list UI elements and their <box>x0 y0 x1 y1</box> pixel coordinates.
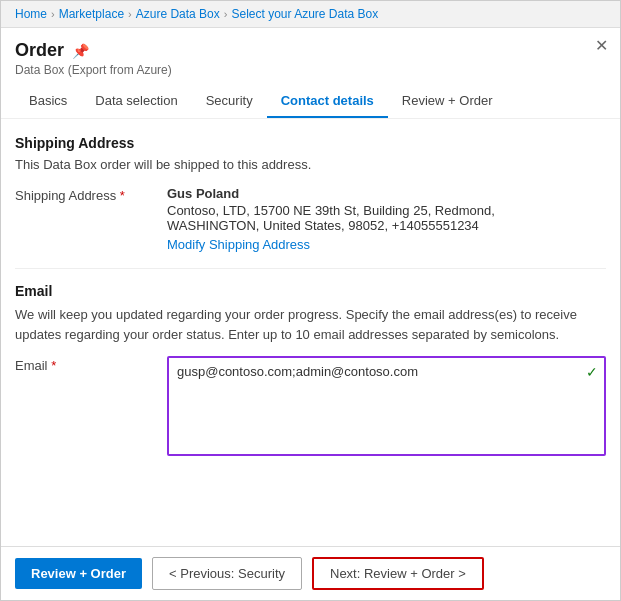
shipping-address-block: Gus Poland Contoso, LTD, 15700 NE 39th S… <box>167 186 495 252</box>
breadcrumb-sep-1: › <box>51 8 55 20</box>
shipping-address-row: Shipping Address * Gus Poland Contoso, L… <box>15 186 606 252</box>
breadcrumb-sep-3: › <box>224 8 228 20</box>
tab-contact-details[interactable]: Contact details <box>267 85 388 118</box>
email-input-wrapper: gusp@contoso.com;admin@contoso.com ✓ <box>167 356 606 459</box>
modal-title: Order <box>15 40 64 61</box>
modal-header: Order 📌 Data Box (Export from Azure) ✕ B… <box>1 28 620 119</box>
modal-footer: Review + Order < Previous: Security Next… <box>1 546 620 600</box>
next-button[interactable]: Next: Review + Order > <box>312 557 484 590</box>
shipping-address-label: Shipping Address * <box>15 186 155 203</box>
shipping-section-desc: This Data Box order will be shipped to t… <box>15 157 606 172</box>
email-required-marker: * <box>51 358 56 373</box>
order-modal: Home › Marketplace › Azure Data Box › Se… <box>0 0 621 601</box>
breadcrumb-azure-data-box[interactable]: Azure Data Box <box>136 7 220 21</box>
address-line1: Contoso, LTD, 15700 NE 39th St, Building… <box>167 203 495 218</box>
breadcrumb-marketplace[interactable]: Marketplace <box>59 7 124 21</box>
modal-subtitle: Data Box (Export from Azure) <box>15 63 606 77</box>
breadcrumb-select-data-box[interactable]: Select your Azure Data Box <box>231 7 378 21</box>
check-icon: ✓ <box>586 364 598 380</box>
breadcrumb-sep-2: › <box>128 8 132 20</box>
tab-security[interactable]: Security <box>192 85 267 118</box>
title-row: Order 📌 <box>15 40 606 61</box>
tab-bar: Basics Data selection Security Contact d… <box>15 85 606 118</box>
pin-icon[interactable]: 📌 <box>72 43 89 59</box>
review-order-button[interactable]: Review + Order <box>15 558 142 589</box>
modify-address-link[interactable]: Modify Shipping Address <box>167 237 310 252</box>
email-input[interactable]: gusp@contoso.com;admin@contoso.com <box>167 356 606 456</box>
breadcrumb: Home › Marketplace › Azure Data Box › Se… <box>1 1 620 28</box>
modal-body: Shipping Address This Data Box order wil… <box>1 119 620 546</box>
email-field-label: Email * <box>15 356 155 373</box>
address-name: Gus Poland <box>167 186 495 201</box>
tab-review-order[interactable]: Review + Order <box>388 85 507 118</box>
shipping-section-title: Shipping Address <box>15 135 606 151</box>
tab-basics[interactable]: Basics <box>15 85 81 118</box>
close-button[interactable]: ✕ <box>595 38 608 54</box>
previous-button[interactable]: < Previous: Security <box>152 557 302 590</box>
tab-data-selection[interactable]: Data selection <box>81 85 191 118</box>
email-section-title: Email <box>15 283 606 299</box>
email-section-desc: We will keep you updated regarding your … <box>15 305 606 344</box>
email-field-row: Email * gusp@contoso.com;admin@contoso.c… <box>15 356 606 459</box>
address-line2: WASHINGTON, United States, 98052, +14055… <box>167 218 495 233</box>
shipping-required-marker: * <box>120 188 125 203</box>
breadcrumb-home[interactable]: Home <box>15 7 47 21</box>
section-divider <box>15 268 606 269</box>
